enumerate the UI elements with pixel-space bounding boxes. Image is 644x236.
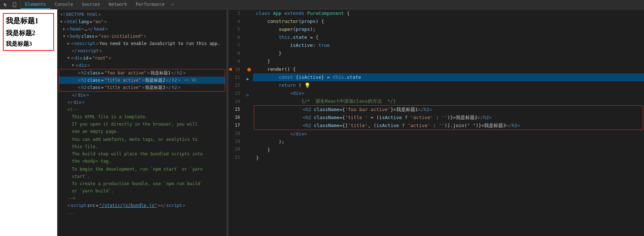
- dom-line-comment-10: To begin the development, run `npm start…: [57, 166, 227, 173]
- dom-line-script2[interactable]: ...: [57, 209, 227, 216]
- code-line-6: this.state = {: [253, 33, 644, 41]
- dom-line-comment-5: You can add webfonts, meta tags, or anal…: [57, 136, 227, 143]
- code-line-21: }: [253, 154, 644, 162]
- code-line-3: class App extends PureComponent {: [253, 9, 644, 17]
- more-tabs-icon[interactable]: ≫: [169, 2, 176, 7]
- dom-line-doctype[interactable]: <!DOCTYPE html>: [57, 11, 227, 18]
- code-line-20: }: [253, 146, 644, 154]
- dom-line-div-inner[interactable]: ▼ <div>: [57, 62, 227, 69]
- dom-line-div-close[interactable]: </div>: [57, 91, 227, 99]
- dom-line-comment-2: If you open it directly in the browser, …: [57, 121, 227, 128]
- dom-line-comment-6: this file.: [57, 143, 227, 150]
- line-num-10: 10: [228, 65, 243, 73]
- tab-elements[interactable]: Elements: [21, 0, 50, 9]
- pause-arrow-13: ▷: [247, 91, 249, 99]
- dom-line-body[interactable]: ▼ <body class="vsc-initialized" >: [57, 33, 227, 40]
- dom-line-html[interactable]: ▼ <html lang="en" >: [57, 18, 227, 25]
- line-num-9: 9: [228, 57, 243, 65]
- code-editor[interactable]: 3 4 5 6 7 8 9 10 11 12 13 14 15 16 17 18…: [228, 9, 644, 236]
- line-num-13: 13: [228, 89, 243, 97]
- dom-line-div-root[interactable]: ▼ <div id="root" >: [57, 54, 227, 62]
- gutter: ▶ ▷: [246, 9, 253, 236]
- expand-triangle-inner[interactable]: ▼: [72, 62, 74, 69]
- expand-triangle-head[interactable]: ▶: [63, 26, 65, 32]
- code-highlight-box: <h2 className={'foo bar active'}>我是标题1</…: [254, 105, 643, 130]
- line-num-18: 18: [228, 129, 243, 137]
- line-num-5: 5: [228, 25, 243, 33]
- code-line-13: <div>: [253, 89, 644, 97]
- dom-line-comment-3: see an empty page.: [57, 128, 227, 135]
- tab-console[interactable]: Console: [50, 0, 78, 9]
- preview-title-1: 我是标题1: [6, 16, 51, 26]
- line-num-7: 7: [228, 41, 243, 49]
- devtools-tabbar: Elements Console Sources Network Perform…: [0, 0, 644, 9]
- dom-line-head[interactable]: ▶ <head> … </head>: [57, 25, 227, 33]
- dom-highlighted-group: <h2 class="foo bar active" >我是标题1</h2> <…: [59, 69, 225, 91]
- code-line-10: render() {: [253, 65, 644, 73]
- code-line-15: <h2 className={'foo bar active'}>我是标题1</…: [254, 106, 643, 114]
- preview-title-3: 我是标题3: [6, 40, 51, 48]
- line-num-12: 12: [228, 81, 243, 89]
- dom-line-comment-13: or `yarn build`.: [57, 187, 227, 195]
- svg-point-1: [14, 6, 15, 7]
- dom-line-comment-start[interactable]: <!--: [57, 106, 227, 113]
- dom-line-noscript-close[interactable]: </noscript>: [57, 47, 227, 54]
- code-line-19: );: [253, 138, 644, 146]
- code-line-4: constructor(props) {: [253, 17, 644, 25]
- dom-line-comment-12: To create a production bundle, use `npm …: [57, 180, 227, 187]
- line-num-19: 19: [228, 137, 243, 145]
- preview-border: 我是标题1 我是标题2 我是标题3: [3, 13, 54, 51]
- line-num-21: 21: [228, 153, 243, 161]
- breakpoint-10: [247, 68, 251, 72]
- expand-triangle[interactable]: ▼: [60, 19, 62, 25]
- code-line-11: const {isActive} = this.state: [253, 73, 644, 81]
- code-content[interactable]: class App extends PureComponent { constr…: [253, 9, 644, 236]
- expand-triangle-body[interactable]: ▼: [63, 33, 65, 40]
- dom-line-h2-1[interactable]: <h2 class="foo bar active" >我是标题1</h2>: [59, 69, 225, 77]
- main-content: 我是标题1 我是标题2 我是标题3 <!DOCTYPE html> ▼ <htm…: [0, 9, 644, 236]
- code-line-7: isActive: true: [253, 41, 644, 49]
- line-num-6: 6: [228, 33, 243, 41]
- code-line-18: </div>: [253, 130, 644, 138]
- pause-arrow-11: ▶: [247, 75, 249, 83]
- code-line-16: <h2 className={'title ' + (isActive ? 'a…: [254, 114, 643, 122]
- dom-line-comment-7: The build step will place the bundled sc…: [57, 150, 227, 158]
- code-line-8: }: [253, 49, 644, 57]
- line-num-16: 16: [228, 113, 243, 121]
- devtools-icon-group: [0, 0, 21, 9]
- dom-line-div-close2[interactable]: </div>: [57, 99, 227, 106]
- expand-triangle-root[interactable]: ▼: [67, 55, 70, 61]
- code-line-17: <h2 className={['title', (isActive ? 'ac…: [254, 122, 643, 130]
- line-num-11: 11: [228, 73, 243, 81]
- cursor-icon[interactable]: [2, 1, 9, 8]
- dom-line-h2-3[interactable]: <h2 class="title active" >我是标题3</h2>: [59, 84, 225, 91]
- line-num-20: 20: [228, 145, 243, 153]
- mobile-icon[interactable]: [11, 1, 18, 8]
- code-line-5: super(props);: [253, 25, 644, 33]
- dom-line-script[interactable]: <script src="/static/js/bundle.js" ></sc…: [57, 202, 227, 209]
- line-num-8: 8: [228, 49, 243, 57]
- line-num-17: 17: [228, 121, 243, 129]
- line-num-14: 14: [228, 97, 243, 105]
- browser-preview: 我是标题1 我是标题2 我是标题3: [0, 9, 57, 236]
- line-num-4: 4: [228, 17, 243, 25]
- line-numbers: 3 4 5 6 7 8 9 10 11 12 13 14 15 16 17 18…: [228, 9, 246, 236]
- tab-performance[interactable]: Performance: [132, 0, 169, 9]
- lightbulb-icon[interactable]: 💡: [304, 81, 310, 89]
- line-num-15: 15: [228, 105, 243, 113]
- tab-network[interactable]: Network: [104, 0, 132, 9]
- preview-title-2: 我是标题2: [6, 29, 51, 37]
- code-line-9: }: [253, 57, 644, 65]
- dom-inspector[interactable]: <!DOCTYPE html> ▼ <html lang="en" > ▶ <h…: [57, 9, 227, 236]
- dom-line-comment-8: the <body> tag.: [57, 158, 227, 165]
- code-line-14: {/* 原生React中添加class的方法 */}: [253, 97, 644, 105]
- dom-line-comment-1: This HTML file is a template.: [57, 113, 227, 121]
- expand-triangle-noscript[interactable]: ▶: [67, 40, 70, 47]
- dom-line-noscript[interactable]: ▶ <noscript> You need to enable JavaScri…: [57, 40, 227, 47]
- dom-line-comment-end[interactable]: -->: [57, 195, 227, 202]
- line-num-3: 3: [228, 9, 243, 17]
- dom-line-h2-2[interactable]: <h2 class="title active" >我是标题2</h2> == …: [59, 77, 225, 84]
- equals-zero: == $0: [184, 77, 196, 84]
- tab-sources[interactable]: Sources: [77, 0, 104, 9]
- code-line-12: return ( 💡: [253, 81, 644, 89]
